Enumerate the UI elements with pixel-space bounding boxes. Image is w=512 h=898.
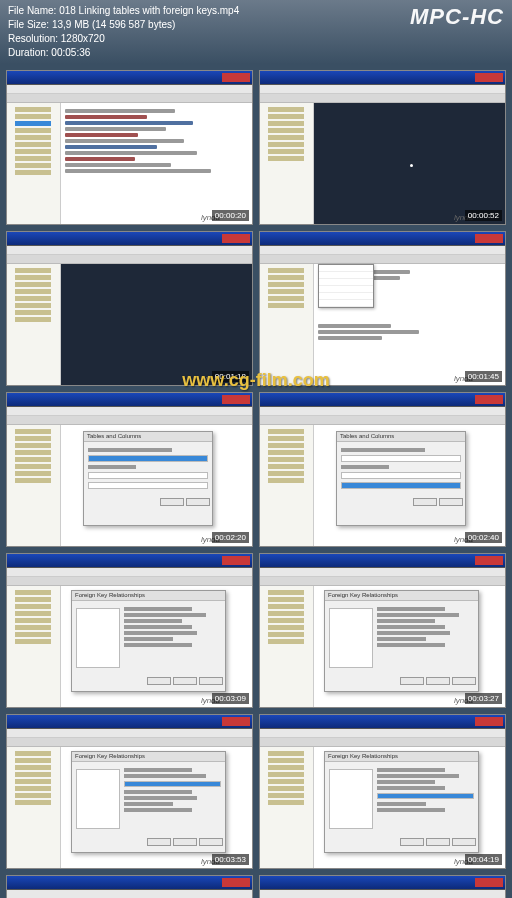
relationship-list[interactable] xyxy=(76,608,120,668)
designer-pane: Foreign Key Relationships xyxy=(61,747,252,868)
add-button[interactable] xyxy=(147,838,171,846)
designer-pane: Tables and Columns xyxy=(61,425,252,546)
close-button[interactable] xyxy=(199,677,223,685)
designer-pane: Foreign Key Relationships xyxy=(314,747,505,868)
player-logo: MPC-HC xyxy=(410,4,504,30)
cancel-button[interactable] xyxy=(439,498,463,506)
fk-table-field[interactable] xyxy=(341,482,461,489)
cursor-icon xyxy=(410,164,413,167)
thumbnail[interactable]: Foreign Key Relationships lynda 00:03:27 xyxy=(259,553,506,708)
window-menubar xyxy=(260,890,505,898)
thumbnail[interactable]: Foreign Key Relationships lynda 00:04:45 xyxy=(6,875,253,898)
thumbnail-timestamp: 00:04:19 xyxy=(465,854,502,865)
thumbnail-timestamp: 00:02:40 xyxy=(465,532,502,543)
thumbnail[interactable]: Foreign Key Relationships lynda 00:03:53 xyxy=(6,714,253,869)
relationship-list[interactable] xyxy=(329,769,373,829)
window-menubar xyxy=(260,729,505,738)
delete-button[interactable] xyxy=(426,677,450,685)
pk-table-field[interactable] xyxy=(88,472,208,479)
window-toolbar xyxy=(7,94,252,103)
thumbnail[interactable]: Foreign Key Relationships lynda 00:04:19 xyxy=(259,714,506,869)
thumbnail[interactable]: lynda 00:00:52 xyxy=(259,70,506,225)
window-titlebar xyxy=(260,876,505,890)
window-titlebar xyxy=(260,393,505,407)
pk-table-field[interactable] xyxy=(341,472,461,479)
add-button[interactable] xyxy=(147,677,171,685)
window-menubar xyxy=(260,85,505,94)
object-explorer xyxy=(260,264,314,385)
window-toolbar xyxy=(7,255,252,264)
query-pane xyxy=(61,264,252,385)
close-button[interactable] xyxy=(452,677,476,685)
window-toolbar xyxy=(260,94,505,103)
thumbnail-timestamp: 00:03:53 xyxy=(212,854,249,865)
window-titlebar xyxy=(260,554,505,568)
resolution-label: Resolution: xyxy=(8,32,58,46)
file-size-value: 13,9 MB (14 596 587 bytes) xyxy=(52,19,175,30)
window-toolbar xyxy=(260,577,505,586)
tables-columns-dialog[interactable]: Tables and Columns xyxy=(83,431,213,526)
window-titlebar xyxy=(7,876,252,890)
ok-button[interactable] xyxy=(413,498,437,506)
window-toolbar xyxy=(260,738,505,747)
query-pane xyxy=(314,103,505,224)
cancel-button[interactable] xyxy=(186,498,210,506)
thumbnail[interactable]: lynda 00:01:18 xyxy=(6,231,253,386)
thumbnail[interactable]: Tables and Columns lynda 00:02:20 xyxy=(6,392,253,547)
dialog-title: Foreign Key Relationships xyxy=(72,591,225,601)
resolution-value: 1280x720 xyxy=(61,33,105,44)
fk-table-field[interactable] xyxy=(88,482,208,489)
window-toolbar xyxy=(7,416,252,425)
thumbnail-timestamp: 00:00:20 xyxy=(212,210,249,221)
close-button[interactable] xyxy=(199,838,223,846)
designer-pane: Tables and Columns xyxy=(314,425,505,546)
thumbnail[interactable]: lynda 00:05:10 xyxy=(259,875,506,898)
window-titlebar xyxy=(7,71,252,85)
thumbnail-timestamp: 00:01:45 xyxy=(465,371,502,382)
thumbnail[interactable]: lynda 00:01:45 xyxy=(259,231,506,386)
delete-button[interactable] xyxy=(173,838,197,846)
ok-button[interactable] xyxy=(160,498,184,506)
tables-columns-dialog[interactable]: Tables and Columns xyxy=(336,431,466,526)
thumbnail[interactable]: lynda 00:00:20 xyxy=(6,70,253,225)
relationship-name-field[interactable] xyxy=(88,455,208,462)
code-editor xyxy=(61,103,252,224)
relationship-list[interactable] xyxy=(329,608,373,668)
window-menubar xyxy=(7,85,252,94)
dialog-title: Tables and Columns xyxy=(337,432,465,442)
dialog-title: Foreign Key Relationships xyxy=(72,752,225,762)
add-button[interactable] xyxy=(400,838,424,846)
property-row[interactable] xyxy=(377,793,474,799)
window-toolbar xyxy=(260,416,505,425)
player-header: File Name: 018 Linking tables with forei… xyxy=(0,0,512,64)
window-menubar xyxy=(7,890,252,898)
object-explorer xyxy=(260,103,314,224)
property-row[interactable] xyxy=(124,781,221,787)
duration-label: Duration: xyxy=(8,46,49,60)
object-explorer xyxy=(260,425,314,546)
thumbnail[interactable]: Tables and Columns lynda 00:02:40 xyxy=(259,392,506,547)
window-titlebar xyxy=(7,554,252,568)
thumbnail-grid: lynda 00:00:20 lynda 00:00:52 lynda 00:0… xyxy=(0,64,512,898)
window-titlebar xyxy=(7,232,252,246)
relationship-list[interactable] xyxy=(76,769,120,829)
relationship-name-field[interactable] xyxy=(341,455,461,462)
window-toolbar xyxy=(260,255,505,264)
delete-button[interactable] xyxy=(173,677,197,685)
window-menubar xyxy=(260,568,505,577)
fk-relationships-dialog[interactable]: Foreign Key Relationships xyxy=(71,590,226,692)
delete-button[interactable] xyxy=(426,838,450,846)
thumbnail[interactable]: Foreign Key Relationships lynda 00:03:09 xyxy=(6,553,253,708)
fk-relationships-dialog[interactable]: Foreign Key Relationships xyxy=(324,590,479,692)
close-button[interactable] xyxy=(452,838,476,846)
thumbnail-timestamp: 00:02:20 xyxy=(212,532,249,543)
object-explorer xyxy=(260,747,314,868)
object-explorer xyxy=(7,586,61,707)
fk-relationships-dialog[interactable]: Foreign Key Relationships xyxy=(71,751,226,853)
window-menubar xyxy=(7,407,252,416)
fk-relationships-dialog[interactable]: Foreign Key Relationships xyxy=(324,751,479,853)
datatype-dropdown[interactable] xyxy=(318,264,374,308)
duration-value: 00:05:36 xyxy=(51,47,90,58)
object-explorer xyxy=(260,586,314,707)
add-button[interactable] xyxy=(400,677,424,685)
